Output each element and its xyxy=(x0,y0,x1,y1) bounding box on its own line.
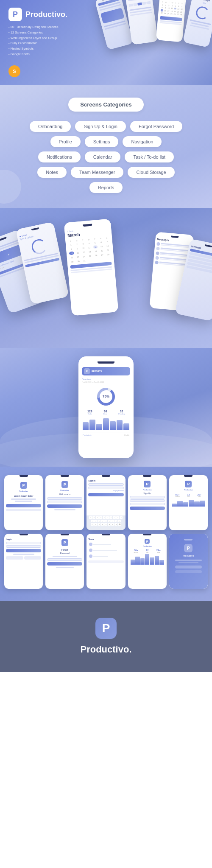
feature-item: 12 Screens Categories xyxy=(8,30,59,36)
grid-phone-login: Login xyxy=(4,534,43,589)
app-logo: P xyxy=(145,539,150,544)
app-logo: P xyxy=(61,539,68,546)
categories-section: Screens Categories Onboarding Sign Up & … xyxy=(0,85,212,208)
app-logo: P xyxy=(144,481,151,487)
stat-3: 29+ icons xyxy=(197,493,201,498)
stat-pending: 32 Pending xyxy=(118,410,125,415)
grid-phone-gradient: P Productivo xyxy=(169,534,208,589)
hero-phones: il June March S M T W T F S 1 2 3 4 xyxy=(93,0,212,85)
report-logo: P xyxy=(84,368,90,374)
cat-row-2: Profile Settings Navigation xyxy=(50,136,162,147)
footer-logo-icon: P xyxy=(95,618,117,639)
cat-settings[interactable]: Settings xyxy=(85,136,119,147)
screen-phone-main: il June March S M T W T F S 1 2 3 4 5 6 … xyxy=(64,219,119,316)
grid-phone-signin: P Productivo Welcome In xyxy=(45,475,84,530)
phone-notch xyxy=(143,534,151,535)
feature-item: Google Fonts xyxy=(8,52,59,57)
grid-phone-signup: P Productivo Sign Up xyxy=(128,475,167,530)
bar-5 xyxy=(110,421,116,430)
footer-section: P Productivo. xyxy=(0,601,212,672)
sketch-icon: S xyxy=(13,69,16,74)
bar-7 xyxy=(123,423,129,430)
stat-tasks-num: 128 xyxy=(87,410,92,413)
cat-calendar[interactable]: Calendar xyxy=(85,151,121,162)
stat-done-num: 96 xyxy=(103,410,108,413)
stat-done: 96 Done xyxy=(103,410,108,415)
screens-section: Labels P To drive other use of digital m… xyxy=(0,208,212,348)
bar-chart xyxy=(82,417,130,430)
stats-row: 80+ screens 12 cats 29+ icons xyxy=(130,548,165,554)
phone-mockup-3: il June March S M T W T F S 1 2 3 4 xyxy=(156,0,187,42)
cat-task[interactable]: Task / To-do list xyxy=(125,151,174,162)
categories-grid: Onboarding Sign Up & Login Forgot Passwo… xyxy=(8,121,204,193)
app-name: Productivo xyxy=(143,489,152,491)
features-list: 80+ Beautifully Designed Screens 12 Scre… xyxy=(8,25,59,57)
report-stats: 128 Tasks 96 Done 32 Pending xyxy=(82,410,130,415)
cat-row-4: Notes Team Messenger Cloud Storage xyxy=(37,167,174,178)
grid-phone-onboarding: P Productivo Lorem Ipsum Dolor xyxy=(4,475,43,530)
report-title: REPORTS xyxy=(92,370,102,372)
cat-onboarding[interactable]: Onboarding xyxy=(30,121,71,132)
app-name: Productivo xyxy=(143,545,152,547)
cat-row-1: Onboarding Sign Up & Login Forgot Passwo… xyxy=(30,121,182,132)
cat-profile[interactable]: Profile xyxy=(50,136,81,147)
feature-item: Well Organized Layer and Group xyxy=(8,36,59,41)
phone-notch xyxy=(184,475,192,477)
logo-icon: P xyxy=(8,8,22,21)
report-phone: P REPORTS Overview Feb 12 2019 — Feb 26,… xyxy=(78,356,134,458)
cat-signup[interactable]: Sign Up & Login xyxy=(75,121,126,132)
mini-bar-chart xyxy=(130,554,165,565)
donut-chart: 75% xyxy=(82,386,130,407)
bar-3 xyxy=(96,424,102,430)
phone-mockup-4: Storage 50% xyxy=(183,0,212,48)
app-logo: P xyxy=(20,482,27,489)
cat-messenger[interactable]: Team Messenger xyxy=(71,167,123,178)
hero-logo: P Productivo. xyxy=(8,8,67,21)
footer-brand-name: Productivo. xyxy=(80,644,131,655)
grid-phone-stats: P Productivo 80+ screens 12 cats 29+ ico… xyxy=(169,475,208,530)
sketch-badge: S xyxy=(8,65,20,77)
app-name: Productivo xyxy=(19,490,28,492)
stat-tasks: 128 Tasks xyxy=(87,410,92,415)
stat-tasks-label: Tasks xyxy=(87,413,92,415)
categories-title[interactable]: Screens Categories xyxy=(68,98,143,112)
app-name: Productivo xyxy=(184,489,193,491)
phone-grid-row-1: P Productivo Lorem Ipsum Dolor P Product… xyxy=(4,475,208,530)
bar-2 xyxy=(89,420,95,430)
phone-notch xyxy=(20,534,28,535)
phone-notch xyxy=(98,361,114,364)
bar-4 xyxy=(103,418,109,430)
feature-item: 80+ Beautifully Designed Screens xyxy=(8,25,59,30)
cat-reports[interactable]: Reports xyxy=(89,182,123,193)
keyboard: QWE RTY UIO P ASD FGH JKL ⇧ZX CVB NM⌫ xyxy=(86,515,125,530)
stat-done-label: Done xyxy=(103,413,108,415)
feature-item: Nested Symbols xyxy=(8,46,59,52)
stat-pending-label: Pending xyxy=(118,413,125,415)
phone-grid-row-2: Login P Forgot Password xyxy=(4,534,208,589)
bar-1 xyxy=(83,422,89,430)
stats-row: 80+ screens 12 cats 29+ icons xyxy=(171,492,206,499)
phone-notch xyxy=(102,475,110,477)
stat-pending-num: 32 xyxy=(118,410,125,413)
report-section: P REPORTS Overview Feb 12 2019 — Feb 26,… xyxy=(0,348,212,467)
cat-notifications[interactable]: Notifications xyxy=(38,151,81,162)
grid-phone-forgot: P Forgot Password xyxy=(45,534,84,589)
cat-forgot[interactable]: Forgot Password xyxy=(130,121,182,132)
app-logo: P xyxy=(185,481,192,487)
cat-notes[interactable]: Notes xyxy=(37,167,67,178)
phone-grid-section: P Productivo Lorem Ipsum Dolor P Product… xyxy=(0,467,212,601)
phone-notch xyxy=(61,534,69,535)
phone-notch xyxy=(102,534,110,535)
cat-storage[interactable]: Cloud Storage xyxy=(128,167,174,178)
cat-navigation[interactable]: Navigation xyxy=(123,136,162,147)
mini-bar-chart xyxy=(171,499,206,507)
feature-item: Fully Customizable xyxy=(8,41,59,46)
grid-phone-keyboard: Sign In Forgot password? QWE RTY UIO P A… xyxy=(86,475,125,530)
cat-row-3: Notifications Calendar Task / To-do list xyxy=(38,151,174,162)
stat-2: 12 cats xyxy=(187,493,190,498)
svg-text:75%: 75% xyxy=(103,395,109,398)
grid-phone-team: Team xyxy=(86,534,125,589)
logo-text: Productivo. xyxy=(25,10,67,19)
cat-row-5: Reports xyxy=(89,182,123,193)
phone-notch xyxy=(143,475,151,477)
